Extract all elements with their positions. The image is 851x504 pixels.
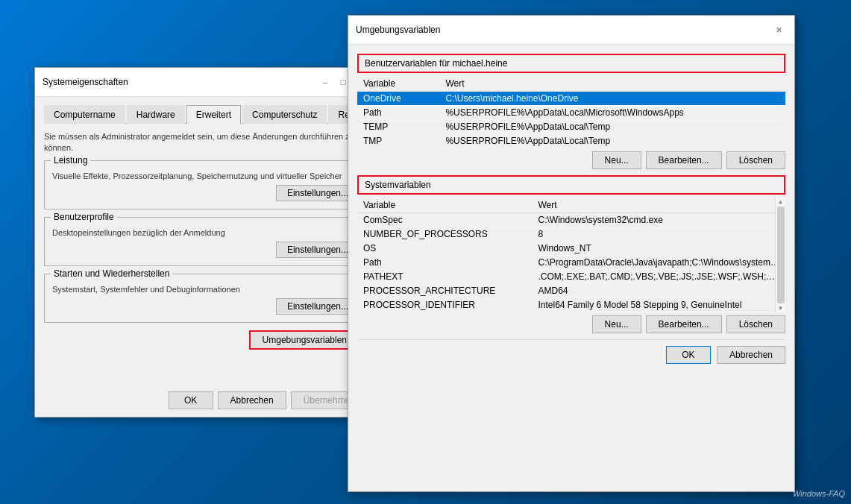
sys-var-value: Windows_NT <box>532 242 785 256</box>
sys-table-container: Variable Wert ComSpecC:\Windows\system32… <box>357 198 785 312</box>
user-col-wert: Wert <box>439 76 785 92</box>
user-col-variable: Variable <box>357 76 439 92</box>
sysprop-dialog: Systemeigenschaften – □ ✕ Computername H… <box>34 67 377 418</box>
sys-neu-button[interactable]: Neu... <box>592 315 641 333</box>
groupbox-benutzerprofile-content: Desktopeinstellungen bezüglich der Anmel… <box>52 228 359 258</box>
sys-table-row[interactable]: PathC:\ProgramData\Oracle\Java\javapath;… <box>357 256 785 270</box>
sys-bearbeiten-button[interactable]: Bearbeiten... <box>646 315 722 333</box>
umgebung-content: Benutzervariablen für michael.heine Vari… <box>348 45 794 373</box>
sys-var-name: PROCESSOR_ARCHITECTURE <box>357 284 532 298</box>
user-var-value: %USERPROFILE%\AppData\Local\Temp <box>439 120 785 134</box>
user-var-name: OneDrive <box>357 92 439 106</box>
user-table-row[interactable]: TEMP%USERPROFILE%\AppData\Local\Temp <box>357 120 785 134</box>
user-table-container: Variable Wert OneDriveC:\Users\michael.h… <box>357 76 785 148</box>
sys-var-name: PATHEXT <box>357 270 532 284</box>
sys-var-name: OS <box>357 242 532 256</box>
sysprop-title: Systemeigenschaften <box>43 77 128 87</box>
groupbox-leistung-content: Visuelle Effekte, Prozessorzeitplanung, … <box>52 171 359 201</box>
umgebung-ok-button[interactable]: OK <box>666 346 711 364</box>
tab-bar: Computername Hardware Erweitert Computer… <box>44 104 368 124</box>
sys-var-value: .COM;.EXE;.BAT;.CMD;.VBS;.VBE;.JS;.JSE;.… <box>532 270 785 284</box>
sys-section-buttons: Neu... Bearbeiten... Löschen <box>357 315 785 333</box>
umgebung-dialog: Umgebungsvariablen ✕ Benutzervariablen f… <box>348 15 795 492</box>
tab-computerschutz[interactable]: Computerschutz <box>242 105 327 124</box>
user-loeschen-button[interactable]: Löschen <box>726 151 785 169</box>
tab-hardware[interactable]: Hardware <box>127 105 185 124</box>
umgebung-titlebar-buttons: ✕ <box>770 22 787 38</box>
user-section-border: Benutzervariablen für michael.heine <box>357 54 785 73</box>
sys-var-value: AMD64 <box>532 284 785 298</box>
user-neu-button[interactable]: Neu... <box>592 151 641 169</box>
sys-table-row[interactable]: NUMBER_OF_PROCESSORS8 <box>357 227 785 242</box>
sys-var-name: PROCESSOR_IDENTIFIER <box>357 298 532 312</box>
umgebung-footer: OK Abbrechen <box>357 346 785 364</box>
user-var-table: Variable Wert OneDriveC:\Users\michael.h… <box>357 76 785 148</box>
tab-erweitert[interactable]: Erweitert <box>186 105 241 124</box>
sys-table-row[interactable]: PATHEXT.COM;.EXE;.BAT;.CMD;.VBS;.VBE;.JS… <box>357 270 785 284</box>
sys-var-value: C:\ProgramData\Oracle\Java\javapath;C:\W… <box>532 256 785 270</box>
scroll-up-icon[interactable]: ▲ <box>778 198 784 205</box>
sys-col-variable: Variable <box>357 198 532 213</box>
groupbox-starten: Starten und Wiederherstellen Systemstart… <box>44 274 368 323</box>
sys-var-value: Intel64 Family 6 Model 58 Stepping 9, Ge… <box>532 298 785 312</box>
sysprop-titlebar: Systemeigenschaften – □ ✕ <box>35 68 377 97</box>
sys-section-border: Systemvariablen <box>357 175 785 195</box>
sysprop-footer: OK Abbrechen Übernehmen <box>169 391 368 409</box>
sys-var-name: NUMBER_OF_PROCESSORS <box>357 227 532 242</box>
sys-col-wert: Wert <box>532 198 785 213</box>
umgebung-titlebar: Umgebungsvariablen ✕ <box>348 16 794 45</box>
user-var-value: C:\Users\michael.heine\OneDrive <box>439 92 785 106</box>
scrollbar-thumb[interactable] <box>777 207 785 303</box>
umgebung-abbrechen-button[interactable]: Abbrechen <box>717 346 785 364</box>
groupbox-leistung-title: Leistung <box>51 155 90 166</box>
sys-table-row[interactable]: OSWindows_NT <box>357 242 785 256</box>
groupbox-starten-content: Systemstart, Systemfehler und Debuginfor… <box>52 285 359 315</box>
benutzerprofile-description: Desktopeinstellungen bezüglich der Anmel… <box>52 228 359 237</box>
user-table-row[interactable]: OneDriveC:\Users\michael.heine\OneDrive <box>357 92 785 106</box>
groupbox-benutzerprofile-title: Benutzerprofile <box>51 212 117 222</box>
user-var-name: TEMP <box>357 120 439 134</box>
admin-note: Sie müssen als Administrator angemeldet … <box>44 131 368 154</box>
footer-divider <box>357 339 785 340</box>
user-table-row[interactable]: TMP%USERPROFILE%\AppData\Local\Temp <box>357 134 785 148</box>
user-table-row[interactable]: Path%USERPROFILE%\AppData\Local\Microsof… <box>357 106 785 120</box>
sys-var-value: 8 <box>532 227 785 242</box>
sys-table-row[interactable]: PROCESSOR_IDENTIFIERIntel64 Family 6 Mod… <box>357 298 785 312</box>
tab-computername[interactable]: Computername <box>44 105 125 124</box>
groupbox-starten-title: Starten und Wiederherstellen <box>51 268 172 279</box>
umgebung-title: Umgebungsvariablen <box>356 25 440 35</box>
sys-var-name: ComSpec <box>357 213 532 227</box>
leistung-description: Visuelle Effekte, Prozessorzeitplanung, … <box>52 171 359 180</box>
umgebung-close-button[interactable]: ✕ <box>770 22 787 38</box>
watermark: Windows-FAQ <box>793 489 845 498</box>
sysprop-minimize-button[interactable]: – <box>317 74 333 90</box>
user-var-name: TMP <box>357 134 439 148</box>
user-var-value: %USERPROFILE%\AppData\Local\Temp <box>439 134 785 148</box>
scrollbar[interactable]: ▲ ▼ <box>775 198 785 312</box>
sys-loeschen-button[interactable]: Löschen <box>726 315 785 333</box>
user-bearbeiten-button[interactable]: Bearbeiten... <box>646 151 722 169</box>
sys-var-name: Path <box>357 256 532 270</box>
sysprop-abbrechen-button[interactable]: Abbrechen <box>218 391 286 409</box>
scroll-down-icon[interactable]: ▼ <box>778 305 784 312</box>
groupbox-benutzerprofile: Benutzerprofile Desktopeinstellungen bez… <box>44 217 368 266</box>
sysprop-ok-button[interactable]: OK <box>169 391 213 409</box>
sys-table-row[interactable]: ComSpecC:\Windows\system32\cmd.exe <box>357 213 785 227</box>
user-var-value: %USERPROFILE%\AppData\Local\Microsoft\Wi… <box>439 106 785 120</box>
user-section-title: Benutzervariablen für michael.heine <box>359 55 784 72</box>
sysprop-content: Computername Hardware Erweitert Computer… <box>35 97 377 366</box>
sys-table-row[interactable]: PROCESSOR_ARCHITECTUREAMD64 <box>357 284 785 298</box>
sys-var-value: C:\Windows\system32\cmd.exe <box>532 213 785 227</box>
groupbox-leistung: Leistung Visuelle Effekte, Prozessorzeit… <box>44 160 368 210</box>
sys-section-title: Systemvariablen <box>359 177 784 193</box>
sys-var-table: Variable Wert ComSpecC:\Windows\system32… <box>357 198 785 312</box>
user-var-name: Path <box>357 106 439 120</box>
user-section-buttons: Neu... Bearbeiten... Löschen <box>357 151 785 169</box>
starten-description: Systemstart, Systemfehler und Debuginfor… <box>52 285 359 294</box>
